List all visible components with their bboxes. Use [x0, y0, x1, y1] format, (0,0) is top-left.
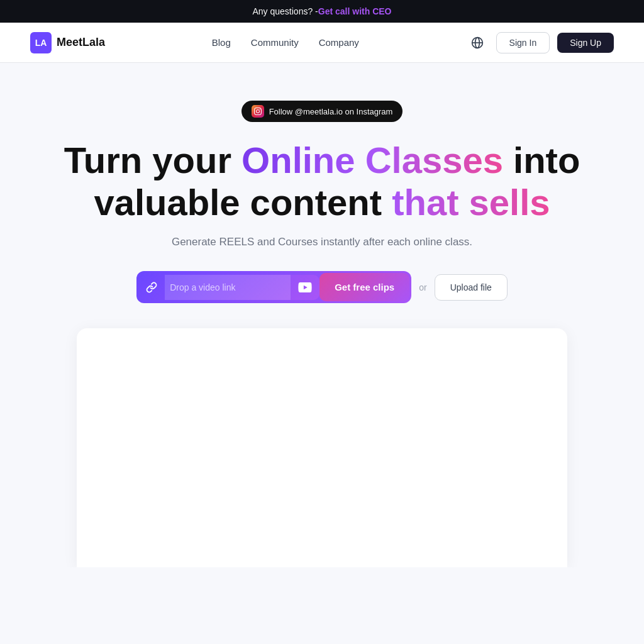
upload-file-button[interactable]: Upload file: [435, 274, 508, 301]
nav-link-company[interactable]: Company: [319, 37, 359, 48]
banner-text: Any questions? -: [253, 6, 318, 16]
nav-link-blog[interactable]: Blog: [212, 37, 231, 48]
input-row: Get free clips or Upload file: [136, 271, 508, 303]
instagram-badge[interactable]: Follow @meetlala.io on Instagram: [242, 101, 403, 122]
video-link-input[interactable]: [165, 275, 291, 300]
yt-icon-wrap: [291, 282, 319, 292]
hero-subtitle: Generate REELS and Courses instantly aft…: [172, 236, 472, 248]
logo-name: MeetLala: [57, 36, 105, 49]
logo-badge: LA: [30, 32, 52, 53]
navbar: LA MeetLala Blog Community Company Sign …: [0, 23, 644, 63]
instagram-badge-text: Follow @meetlala.io on Instagram: [269, 107, 393, 116]
sign-in-button[interactable]: Sign In: [496, 32, 550, 53]
nav-actions: Sign In Sign Up: [466, 31, 614, 54]
hero-section: Follow @meetlala.io on Instagram Turn yo…: [0, 63, 644, 567]
hero-title: Turn your Online Classes into valuable c…: [52, 140, 592, 223]
hero-pink-text: that sells: [392, 182, 550, 223]
globe-icon: [471, 36, 484, 49]
nav-logo: LA MeetLala: [30, 32, 105, 53]
youtube-icon: [298, 282, 312, 292]
link-icon-wrap: [138, 282, 165, 293]
nav-links: Blog Community Company: [212, 37, 359, 48]
language-button[interactable]: [466, 31, 489, 54]
link-icon: [146, 282, 157, 293]
hero-gradient-text: Online Classes: [242, 140, 503, 180]
top-banner: Any questions? -Get call with CEO: [0, 0, 644, 23]
sign-up-button[interactable]: Sign Up: [557, 33, 614, 53]
get-clips-button[interactable]: Get free clips: [319, 273, 409, 301]
content-preview-area: [77, 328, 567, 567]
ceo-call-link[interactable]: Get call with CEO: [318, 6, 392, 16]
nav-link-community[interactable]: Community: [251, 37, 299, 48]
instagram-icon: [252, 105, 264, 118]
video-input-inner: [138, 275, 319, 300]
instagram-svg: [254, 108, 262, 115]
video-input-wrap: Get free clips: [136, 271, 411, 303]
or-separator: or: [419, 282, 426, 292]
